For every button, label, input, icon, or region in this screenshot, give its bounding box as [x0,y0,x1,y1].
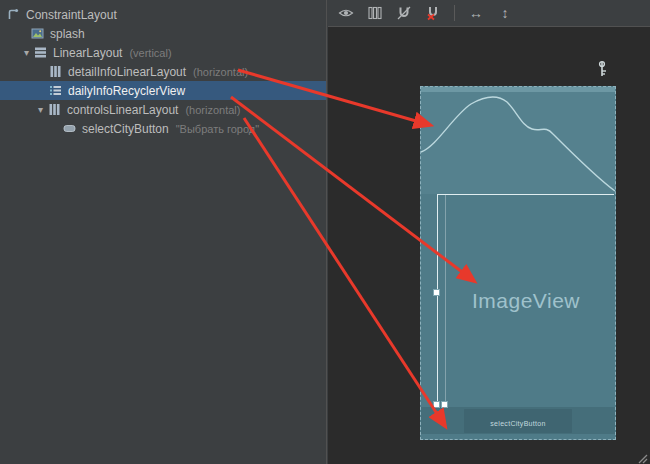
select-city-button-preview[interactable]: selectCityButton [464,409,571,433]
vertical-constraint-icon[interactable]: ↕ [495,3,515,23]
recycler-view-icon [48,84,62,98]
selection-handle-bottom[interactable] [441,401,448,408]
tree-item-label: dailyInfoRecyclerView [68,84,185,98]
tree-item-label: selectCityButton [82,122,169,136]
chevron-down-icon[interactable]: ▾ [20,47,33,58]
layout-guides-icon[interactable] [365,3,385,23]
tree-item-linearlayout[interactable]: ▾ LinearLayout (vertical) [0,43,326,62]
tree-item-splash[interactable]: splash [0,24,326,43]
tree-item-detailinfolinearlayout[interactable]: detailInfoLinearLayout (horizontal) [0,62,326,81]
tree-item-meta: (vertical) [129,47,171,59]
linear-layout-horizontal-icon [47,103,61,117]
constraint-layout-icon [6,8,20,22]
tree-item-label: detailInfoLinearLayout [68,65,186,79]
tree-item-label: splash [50,27,85,41]
device-preview[interactable]: ImageView selectCityButton [420,86,616,440]
design-surface-panel: ↔ ↕ ImageView [328,0,650,464]
tree-item-meta: (horizontal) [193,66,248,78]
controls-bar-region[interactable]: selectCityButton [421,407,615,434]
tree-item-controlslinearlayout[interactable]: ▾ controlsLinearLayout (horizontal) [0,100,326,119]
selection-handle-bottom-left[interactable] [433,401,440,408]
tree-item-label: LinearLayout [53,46,122,60]
tree-item-meta: "Выбрать город" [176,123,259,135]
linear-layout-vertical-icon [33,46,47,60]
tree-item-meta: (horizontal) [185,104,240,116]
chevron-down-icon[interactable]: ▾ [34,104,47,115]
design-toolbar: ↔ ↕ [328,0,650,27]
temperature-curve [421,92,615,194]
layout-editor-window: ConstraintLayout splash ▾ LinearLayout (… [0,0,650,464]
linear-layout-horizontal-icon [48,65,62,79]
view-options-eye-icon[interactable] [336,3,356,23]
tree-item-constraintlayout[interactable]: ConstraintLayout [0,5,326,24]
design-canvas[interactable]: ImageView selectCityButton [328,28,650,464]
component-tree-panel: ConstraintLayout splash ▾ LinearLayout (… [0,0,327,464]
imageview-region[interactable]: ImageView [437,194,614,407]
horizontal-constraint-icon[interactable]: ↔ [466,3,486,23]
tree-item-label: controlsLinearLayout [67,103,178,117]
tree-item-label: ConstraintLayout [26,8,117,22]
delete-constraints-magnet-icon[interactable] [394,3,414,23]
tree-item-selectcitybutton[interactable]: selectCityButton "Выбрать город" [0,119,326,138]
toolbar-separator [454,5,455,21]
window-resize-grip[interactable] [636,450,648,462]
detail-info-chart-region[interactable] [421,92,615,194]
button-icon [62,122,76,136]
imageview-label: ImageView [472,289,580,313]
render-status-key-icon [596,60,608,78]
selection-handle-left[interactable] [433,289,440,296]
autoconnect-off-magnet-icon[interactable] [423,3,443,23]
tree-item-dailyinforecyclerview[interactable]: dailyInfoRecyclerView [0,81,326,100]
image-icon [30,27,44,41]
